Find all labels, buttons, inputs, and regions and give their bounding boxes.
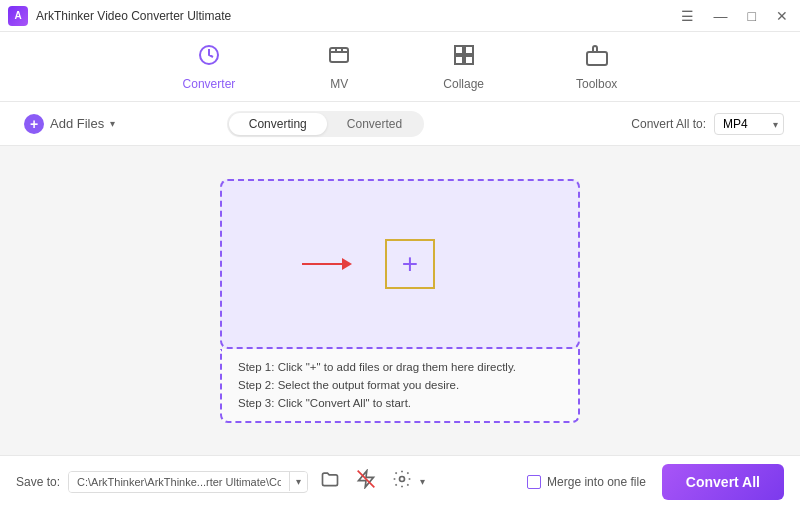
drop-container: + Step 1: Click "+" to add files or drag… [220, 179, 580, 423]
svg-rect-3 [465, 46, 473, 54]
instruction-step2: Step 2: Select the output format you des… [238, 379, 562, 391]
drop-zone[interactable]: + [220, 179, 580, 349]
svg-point-9 [400, 477, 405, 482]
nav-converter-label: Converter [183, 77, 236, 91]
arrow-head [342, 258, 352, 270]
toolbar: + Add Files ▾ Converting Converted Conve… [0, 102, 800, 146]
save-to-label: Save to: [16, 475, 60, 489]
svg-rect-6 [587, 52, 607, 65]
tab-converted[interactable]: Converted [327, 113, 422, 135]
merge-label: Merge into one file [547, 475, 646, 489]
save-path-wrapper: ▾ [68, 471, 308, 493]
maximize-button[interactable]: □ [744, 6, 760, 26]
nav-mv[interactable]: MV [311, 35, 367, 99]
drop-arrow [302, 258, 352, 270]
format-select-wrapper: MP4 MOV AVI MKV WMV ▾ [714, 113, 784, 135]
minimize-button[interactable]: — [710, 6, 732, 26]
add-files-chevron: ▾ [110, 118, 115, 129]
folder-browse-button[interactable] [316, 465, 344, 498]
mv-icon [327, 43, 351, 73]
nav-toolbox-label: Toolbox [576, 77, 617, 91]
svg-rect-5 [465, 56, 473, 64]
collage-icon [452, 43, 476, 73]
tab-converting[interactable]: Converting [229, 113, 327, 135]
navbar: Converter MV Collage [0, 32, 800, 102]
merge-checkbox[interactable] [527, 475, 541, 489]
plus-symbol-icon: + [402, 250, 418, 278]
toolbox-icon [585, 43, 609, 73]
add-files-label: Add Files [50, 116, 104, 131]
nav-mv-label: MV [330, 77, 348, 91]
window-controls: ☰ — □ ✕ [677, 6, 792, 26]
plus-box[interactable]: + [385, 239, 435, 289]
settings-chevron: ▾ [420, 476, 425, 487]
nav-collage[interactable]: Collage [427, 35, 500, 99]
convert-all-to-label: Convert All to: [631, 117, 706, 131]
save-path-input[interactable] [69, 472, 289, 492]
instruction-step1: Step 1: Click "+" to add files or drag t… [238, 361, 562, 373]
convert-all-to-section: Convert All to: MP4 MOV AVI MKV WMV ▾ [631, 113, 784, 135]
instructions-box: Step 1: Click "+" to add files or drag t… [220, 349, 580, 423]
svg-rect-4 [455, 56, 463, 64]
menu-button[interactable]: ☰ [677, 6, 698, 26]
converter-icon [197, 43, 221, 73]
nav-collage-label: Collage [443, 77, 484, 91]
footer: Save to: ▾ ▾ Merge into one file Convert… [0, 455, 800, 507]
path-chevron-button[interactable]: ▾ [289, 472, 307, 491]
app-title: ArkThinker Video Converter Ultimate [36, 9, 677, 23]
close-button[interactable]: ✕ [772, 6, 792, 26]
app-logo: A [8, 6, 28, 26]
svg-rect-1 [330, 48, 348, 62]
settings-button[interactable] [388, 465, 416, 498]
nav-converter[interactable]: Converter [167, 35, 252, 99]
add-files-button[interactable]: + Add Files ▾ [16, 110, 123, 138]
instruction-step3: Step 3: Click "Convert All" to start. [238, 397, 562, 409]
flash-off-button[interactable] [352, 465, 380, 498]
svg-rect-2 [455, 46, 463, 54]
nav-toolbox[interactable]: Toolbox [560, 35, 633, 99]
merge-checkbox-wrapper: Merge into one file [527, 475, 646, 489]
format-select[interactable]: MP4 MOV AVI MKV WMV [714, 113, 784, 135]
titlebar: A ArkThinker Video Converter Ultimate ☰ … [0, 0, 800, 32]
add-plus-icon: + [24, 114, 44, 134]
main-content: + Step 1: Click "+" to add files or drag… [0, 146, 800, 455]
tab-group: Converting Converted [227, 111, 424, 137]
arrow-shaft [302, 263, 342, 265]
convert-all-button[interactable]: Convert All [662, 464, 784, 500]
